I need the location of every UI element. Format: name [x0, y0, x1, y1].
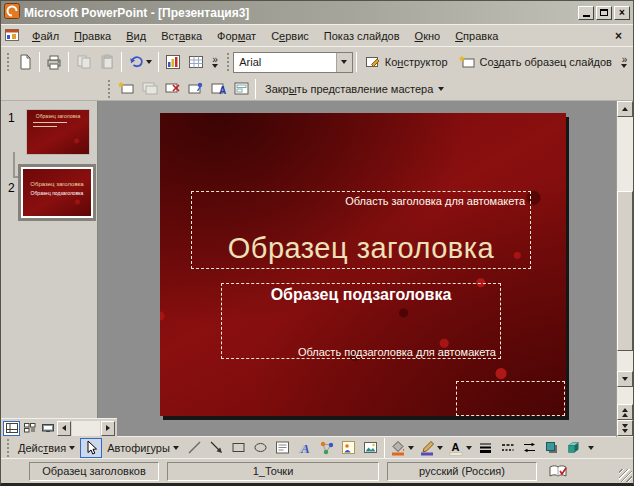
menu-slideshow[interactable]: Показ слайдов [317, 27, 407, 45]
menu-help[interactable]: Справка [448, 27, 505, 45]
normal-view-button[interactable] [3, 421, 20, 436]
rename-master-button[interactable]: A [207, 79, 229, 99]
close-document-icon[interactable]: × [607, 29, 630, 43]
dash-style-button[interactable] [497, 438, 518, 458]
new-slide-master-label: Создать образец слайдов [480, 56, 612, 68]
slideshow-view-button[interactable] [39, 421, 56, 436]
arrow-tool-button[interactable] [206, 438, 227, 458]
draw-menu-button[interactable]: Действия [14, 438, 79, 458]
menu-window[interactable]: Окно [408, 27, 448, 45]
toolbar-grip[interactable] [107, 79, 111, 99]
menu-format[interactable]: Формат [210, 27, 263, 45]
standard-toolbar: » Arial Конструктор Создать образец слай… [1, 46, 633, 77]
insert-chart-button[interactable] [162, 50, 184, 74]
font-color-button[interactable]: A [446, 438, 474, 458]
line-style-button[interactable] [475, 438, 496, 458]
toolbar-grip[interactable] [226, 52, 230, 72]
subtitle-placeholder[interactable]: Образец подзаголовка Область подзаголовк… [221, 283, 501, 359]
select-objects-button[interactable] [80, 438, 102, 458]
line-color-button[interactable] [417, 438, 445, 458]
new-document-button[interactable] [14, 50, 36, 74]
next-slide-button[interactable] [617, 420, 633, 436]
oval-tool-button[interactable] [250, 438, 271, 458]
master-layout-icon [233, 81, 250, 96]
horizontal-scrollbar-track[interactable] [72, 421, 100, 436]
double-up-arrow-icon [622, 413, 628, 417]
toolbar-options-button[interactable]: » [208, 50, 221, 74]
insert-title-master-button[interactable] [138, 79, 160, 99]
scroll-right-button[interactable] [101, 421, 115, 436]
fill-color-button[interactable] [388, 438, 416, 458]
master-subtitle-text[interactable]: Образец подзаголовка [222, 286, 500, 304]
spelling-book-icon [548, 463, 568, 479]
vertical-scrollbar[interactable] [616, 101, 633, 437]
wordart-button[interactable]: AA [294, 438, 315, 458]
insert-picture-button[interactable] [360, 438, 381, 458]
rectangle-tool-button[interactable] [228, 438, 249, 458]
paste-button[interactable] [96, 50, 118, 74]
scroll-down-button[interactable] [617, 371, 633, 387]
spelling-status-button[interactable] [545, 462, 571, 481]
status-language[interactable]: русский (Россия) [387, 462, 537, 481]
scrollbar-thumb[interactable] [617, 191, 633, 351]
slide-canvas[interactable]: Область заголовка для автомакета Образец… [160, 113, 566, 416]
autoshapes-menu-button[interactable]: Автофигуры [103, 438, 183, 458]
svg-text:A: A [298, 441, 308, 455]
previous-slide-button[interactable] [617, 404, 633, 420]
clipart-icon [341, 440, 356, 455]
toolbar-options-button[interactable]: » [618, 50, 631, 74]
status-view-name: Образец заголовков [29, 462, 159, 481]
master-title-text[interactable]: Образец заголовка [192, 232, 530, 265]
design-button-label: Конструктор [385, 56, 448, 68]
font-combobox[interactable]: Arial [233, 52, 353, 73]
toolbar-options-icon[interactable] [588, 446, 594, 450]
master-layout-button[interactable] [230, 79, 252, 99]
maximize-icon [600, 9, 608, 16]
arrow-style-button[interactable] [519, 438, 540, 458]
scroll-up-button[interactable] [617, 101, 633, 117]
delete-master-button[interactable] [161, 79, 183, 99]
text-box-button[interactable] [272, 438, 293, 458]
line-icon [187, 440, 202, 455]
scroll-left-button[interactable] [57, 421, 71, 436]
close-master-view-button[interactable]: Закрыть представление мастера [259, 79, 450, 99]
close-button[interactable]: × [614, 6, 630, 20]
menu-edit[interactable]: Правка [67, 27, 118, 45]
menu-view[interactable]: Вид [119, 27, 153, 45]
menu-file[interactable]: Файл [25, 27, 66, 45]
slide-thumbnail-2-selected[interactable]: Образец заголовка Образец подзаголовка [18, 164, 96, 221]
print-button[interactable] [43, 50, 65, 74]
design-icon [365, 54, 381, 70]
copy-button[interactable] [72, 50, 94, 74]
toolbar-grip[interactable] [6, 52, 10, 72]
slide-sorter-view-button[interactable] [21, 421, 38, 436]
shadow-style-button[interactable] [541, 438, 562, 458]
preserve-master-button[interactable] [184, 79, 206, 99]
slide-thumbnail-1[interactable]: Образец заголовка [26, 109, 90, 155]
title-placeholder[interactable]: Область заголовка для автомакета Образец… [191, 191, 531, 269]
insert-diagram-button[interactable] [316, 438, 337, 458]
font-dropdown-button[interactable] [336, 53, 352, 72]
maximize-button[interactable] [596, 6, 612, 20]
line-tool-button[interactable] [184, 438, 205, 458]
presentation-doc-icon [4, 27, 20, 45]
delete-master-icon [164, 81, 181, 96]
menu-insert[interactable]: Вставка [154, 27, 209, 45]
toolbar-grip[interactable] [6, 438, 10, 458]
insert-clipart-button[interactable] [338, 438, 359, 458]
new-slide-master-button[interactable]: Создать образец слайдов [454, 50, 617, 74]
resize-grip[interactable] [619, 469, 632, 482]
insert-slide-master-icon [118, 81, 135, 96]
insert-table-button[interactable] [185, 50, 207, 74]
undo-button[interactable] [125, 50, 155, 74]
title-placeholder-label: Область заголовка для автомакета [345, 195, 525, 207]
minimize-button[interactable] [578, 6, 594, 20]
insert-slide-master-button[interactable] [115, 79, 137, 99]
minimize-icon [583, 15, 590, 17]
number-placeholder[interactable] [456, 381, 565, 416]
design-button[interactable]: Конструктор [360, 50, 453, 74]
menu-tools[interactable]: Сервис [264, 27, 316, 45]
3d-style-button[interactable] [563, 438, 584, 458]
pointer-icon [84, 440, 98, 455]
slide-number-label: 1 [8, 111, 15, 125]
